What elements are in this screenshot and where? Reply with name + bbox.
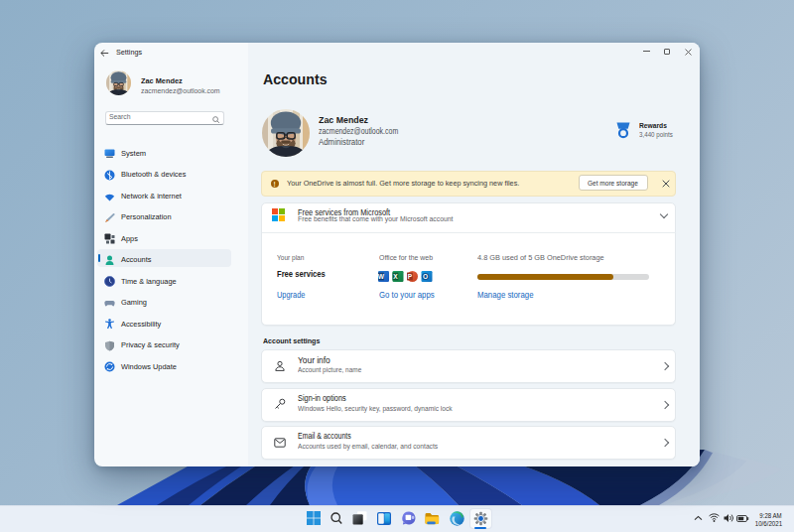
svg-text:W: W [378,273,385,280]
svg-text:O: O [423,273,428,280]
svg-text:X: X [393,273,398,280]
svg-text:P: P [408,273,413,280]
